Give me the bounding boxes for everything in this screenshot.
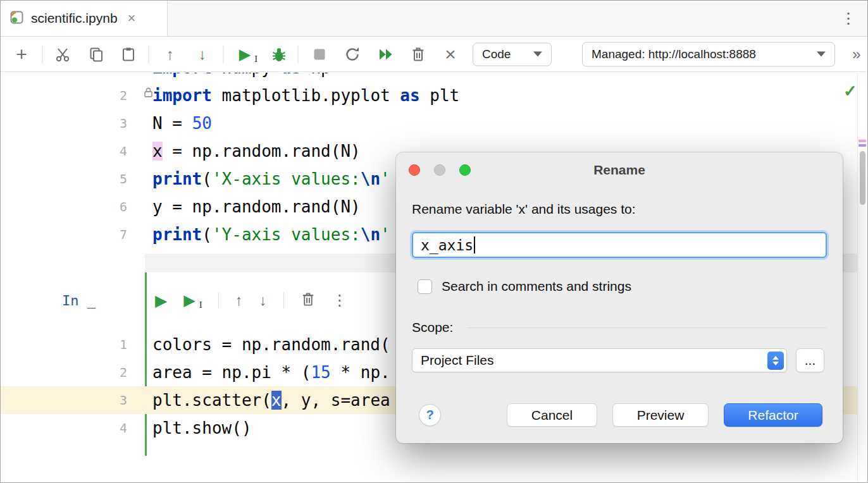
code-text: N = 50	[152, 114, 212, 133]
rename-dialog: Rename Rename variable 'x' and its usage…	[396, 152, 843, 443]
line-number: 1	[1, 337, 127, 352]
code-text: x = np.random.rand(N)	[152, 142, 361, 161]
tab-scientific-ipynb[interactable]: scientific.ipynb ×	[1, 1, 168, 36]
line-number: 4	[1, 420, 127, 436]
notebook-file-icon	[9, 10, 24, 27]
server-value: Managed: http://localhost:8888	[592, 47, 756, 61]
checkbox-label[interactable]: Search in comments and strings	[442, 279, 631, 294]
editor-scrollbar[interactable]	[857, 73, 867, 482]
cell-toolbar: ▶ ▶I ↑ ↓ ⋮	[155, 286, 364, 314]
paste-cell-icon[interactable]	[120, 46, 137, 63]
scrollbar-thumb[interactable]	[860, 151, 865, 205]
jupyter-server-dropdown[interactable]: Managed: http://localhost:8888	[582, 42, 835, 66]
lock-icon	[144, 87, 153, 101]
help-button[interactable]: ?	[419, 404, 441, 426]
line-number: 5	[1, 171, 127, 186]
code-text: import numpy as np	[152, 73, 331, 77]
code-text: colors = np.random.rand(	[152, 335, 390, 354]
add-cell-icon[interactable]: +	[16, 45, 27, 64]
chevron-down-icon	[533, 52, 542, 57]
code-text: plt.show()	[152, 419, 252, 437]
move-cell-down-icon[interactable]: ↓	[199, 47, 206, 62]
delete-cell-icon[interactable]	[411, 46, 426, 63]
line-number: 7	[1, 227, 127, 242]
code-text: plt.scatter(x, y, s=area	[152, 391, 390, 410]
code-text: print('X-axis values:\n'	[152, 169, 390, 188]
restart-kernel-icon[interactable]	[344, 46, 361, 63]
run-cell-icon[interactable]: ▶	[155, 291, 167, 310]
select-stepper-icon[interactable]	[767, 352, 784, 370]
scope-value: Project Files	[421, 353, 494, 368]
tab-title: scientific.ipynb	[31, 11, 118, 26]
move-cell-up-icon[interactable]: ↑	[166, 47, 174, 62]
run-all-cells-icon[interactable]	[377, 46, 395, 63]
run-cell-select-below-icon[interactable]: ▶I	[239, 46, 251, 63]
cell-type-value: Code	[482, 47, 511, 61]
tab-options-icon[interactable]: ⋮	[841, 9, 856, 27]
refactor-button[interactable]: Refactor	[724, 403, 822, 427]
stop-kernel-icon[interactable]	[314, 49, 325, 59]
usage-marker	[859, 144, 866, 147]
cancel-button[interactable]: Cancel	[507, 403, 597, 427]
clear-outputs-icon[interactable]: ×	[445, 45, 456, 64]
new-name-input[interactable]: x_axis	[412, 232, 827, 258]
search-in-comments-row[interactable]: Search in comments and strings	[418, 279, 631, 294]
toolbar-separator	[283, 292, 284, 309]
code-text: area = np.pi * (15 * np.	[152, 363, 390, 382]
line-number: 1	[1, 73, 127, 75]
usage-marker	[859, 140, 866, 142]
code-text: import matplotlib.pyplot as plt	[152, 86, 459, 105]
tab-close-icon[interactable]: ×	[128, 11, 136, 25]
toolbar-separator	[42, 46, 43, 63]
delete-cell-icon[interactable]	[301, 291, 316, 310]
code-text: y = np.random.rand(N)	[152, 197, 361, 216]
search-in-comments-checkbox[interactable]	[418, 279, 432, 294]
line-number: 3	[1, 116, 127, 131]
move-cell-down-icon[interactable]: ↓	[259, 293, 267, 308]
chevron-down-icon	[817, 52, 826, 57]
toolbar-separator	[218, 292, 219, 309]
toolbar-separator	[149, 46, 149, 63]
rename-prompt-label: Rename variable 'x' and its usages to:	[412, 202, 636, 217]
scope-label: Scope:	[412, 320, 453, 335]
more-toolbar-actions-icon[interactable]: »	[852, 47, 860, 62]
cell-input-prompt: In _	[62, 293, 96, 309]
cell-type-dropdown[interactable]: Code	[473, 42, 552, 66]
code-line[interactable]: 3N = 50	[1, 109, 857, 137]
editor-tab-bar: scientific.ipynb × ⋮	[1, 1, 867, 37]
text-caret	[474, 236, 475, 254]
cut-cell-icon[interactable]	[54, 46, 71, 63]
notebook-toolbar: + ↑ ↓ ▶I	[1, 37, 867, 72]
toolbar-separator	[223, 46, 224, 63]
copy-cell-icon[interactable]	[88, 46, 104, 63]
line-number: 3	[1, 393, 127, 408]
toolbar-separator	[298, 46, 299, 63]
run-cell-select-below-icon[interactable]: ▶I	[183, 291, 195, 309]
debug-cell-icon[interactable]	[271, 46, 288, 63]
new-name-value: x_axis	[421, 237, 473, 254]
dialog-title: Rename	[396, 162, 843, 178]
code-line[interactable]: 1import numpy as np	[1, 73, 857, 82]
line-number: 6	[1, 199, 127, 214]
ide-window: scientific.ipynb × ⋮ + ↑	[0, 0, 868, 483]
line-number: 4	[1, 144, 127, 159]
inspections-ok-icon[interactable]: ✓	[843, 82, 857, 101]
scope-separator	[467, 327, 827, 328]
browse-scope-button[interactable]: ...	[796, 348, 824, 372]
code-text: print('Y-axis values:\n'	[152, 225, 390, 244]
cell-options-icon[interactable]: ⋮	[332, 293, 347, 308]
move-cell-up-icon[interactable]: ↑	[235, 293, 243, 308]
scope-select[interactable]: Project Files	[412, 348, 787, 372]
line-number: 2	[1, 365, 127, 380]
line-number: 2	[1, 88, 127, 103]
code-line[interactable]: 2import matplotlib.pyplot as plt	[1, 82, 857, 109]
preview-button[interactable]: Preview	[612, 403, 709, 427]
